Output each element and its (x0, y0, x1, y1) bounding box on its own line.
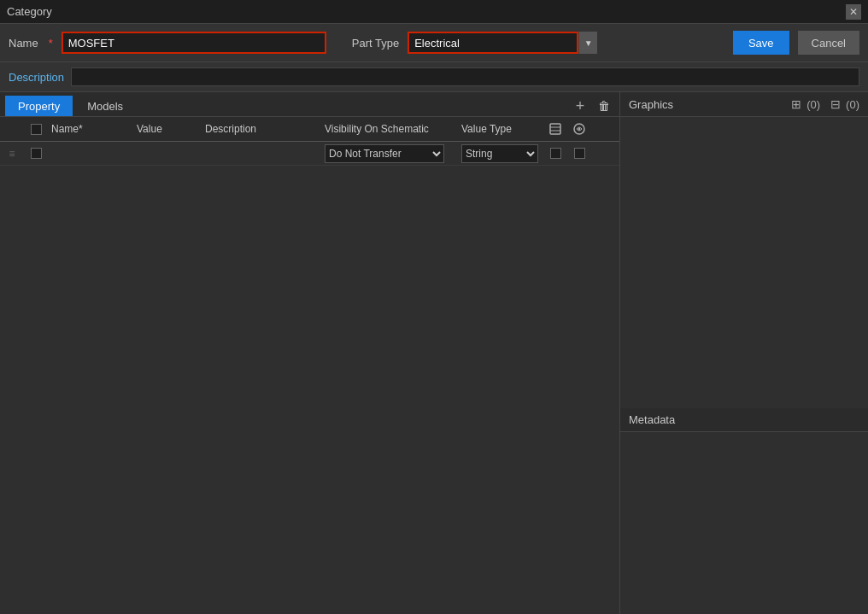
part-type-dropdown-arrow[interactable]: ▼ (578, 32, 597, 54)
name-required: * (49, 37, 53, 50)
description-input[interactable] (71, 67, 859, 86)
right-panel: Graphics ⊞ (0) ⊟ (0) Metadata (620, 92, 868, 614)
table-body: ≡ Do Not Transfer Show Hide (0, 142, 619, 614)
table-row: ≡ Do Not Transfer Show Hide (0, 142, 619, 166)
row-col8-checkbox[interactable] (574, 148, 585, 159)
tab-property[interactable]: Property (5, 96, 73, 116)
tabs-bar: Property Models + 🗑 (0, 92, 619, 117)
left-panel: Property Models + 🗑 Name* Value Descript (0, 92, 620, 614)
graphics-title: Graphics (629, 98, 673, 111)
valuetype-select[interactable]: String Integer Float Boolean (461, 144, 538, 163)
name-label: Name (9, 37, 38, 50)
drag-handle[interactable]: ≡ (0, 146, 24, 161)
th-name: Name* (48, 121, 133, 137)
tabs-actions: + 🗑 (570, 96, 614, 116)
th-visibility: Visibility On Schematic (321, 121, 458, 137)
th-value: Value (133, 121, 202, 137)
th-valuetype: Value Type (458, 121, 543, 137)
svg-rect-0 (550, 124, 560, 134)
description-label: Description (9, 71, 64, 84)
row-name (48, 152, 133, 155)
metadata-header: Metadata (620, 408, 868, 432)
row-value (133, 152, 202, 155)
graphics-count1: (0) (806, 98, 820, 111)
graphics-body (620, 117, 868, 408)
graphics-icon1: ⊞ (791, 97, 801, 111)
add-property-button[interactable]: + (570, 96, 590, 116)
row-col7-checkbox[interactable] (550, 148, 561, 159)
main-area: Property Models + 🗑 Name* Value Descript (0, 92, 868, 614)
table-header: Name* Value Description Visibility On Sc… (0, 117, 619, 142)
graphics-header: Graphics ⊞ (0) ⊟ (0) (620, 92, 868, 117)
row-checkbox[interactable] (31, 148, 42, 159)
graphics-actions: ⊞ (0) ⊟ (0) (791, 97, 859, 111)
th-drag (0, 127, 24, 131)
tab-models[interactable]: Models (74, 96, 136, 116)
graphics-section: Graphics ⊞ (0) ⊟ (0) (620, 92, 868, 408)
svg-point-4 (578, 128, 581, 131)
metadata-body (620, 432, 868, 614)
name-input[interactable] (62, 32, 326, 54)
close-button[interactable]: ✕ (846, 4, 861, 20)
header-checkbox[interactable] (31, 124, 42, 135)
dialog: Name * Part Type ▼ Save Cancel Descripti… (0, 24, 868, 614)
part-type-input[interactable] (408, 32, 578, 54)
visibility-select[interactable]: Do Not Transfer Show Hide (325, 144, 444, 163)
description-row: Description (0, 62, 868, 92)
graphics-count2: (0) (846, 98, 859, 111)
th-checkbox[interactable] (24, 122, 48, 137)
metadata-title: Metadata (629, 413, 675, 426)
metadata-section: Metadata (620, 408, 868, 614)
row-checkbox-cell[interactable] (24, 146, 48, 161)
row-col8[interactable] (567, 146, 591, 161)
th-description: Description (202, 121, 321, 137)
dialog-title: Category (7, 5, 52, 18)
th-icon2 (567, 120, 591, 137)
row-col7[interactable] (543, 146, 567, 161)
row-description (202, 152, 321, 155)
graphics-icon2: ⊟ (830, 97, 841, 111)
title-bar: Category ✕ (0, 0, 868, 24)
part-type-wrapper: ▼ (408, 32, 597, 54)
delete-property-button[interactable]: 🗑 (594, 96, 614, 116)
part-type-label: Part Type (352, 37, 399, 50)
save-button[interactable]: Save (733, 31, 789, 55)
th-icon1 (543, 120, 567, 137)
row-valuetype[interactable]: String Integer Float Boolean (458, 143, 543, 165)
top-bar: Name * Part Type ▼ Save Cancel (0, 24, 868, 62)
cancel-button[interactable]: Cancel (798, 31, 859, 55)
row-visibility[interactable]: Do Not Transfer Show Hide (321, 143, 458, 165)
